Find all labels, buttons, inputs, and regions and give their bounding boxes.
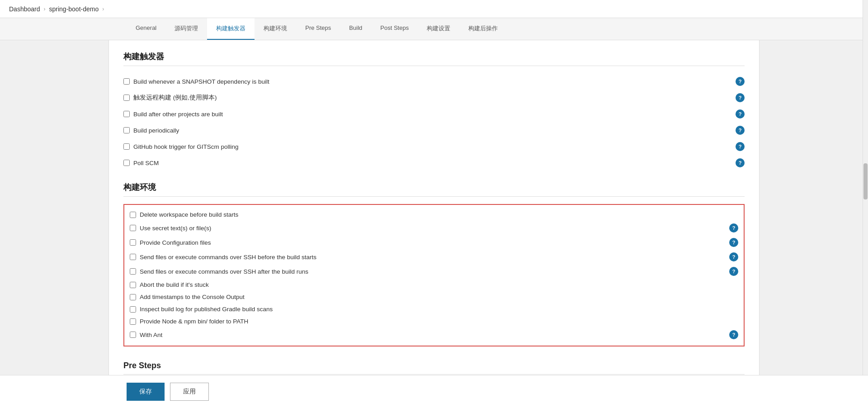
help-icon-env-4[interactable]: ? — [729, 267, 738, 276]
build-env-section: 构建环境 Delete workspace before build start… — [123, 182, 745, 346]
tab-构建环境[interactable]: 构建环境 — [255, 18, 296, 40]
help-icon-trigger-3[interactable]: ? — [736, 126, 745, 135]
trigger-item-1: 触发远程构建 (例如,使用脚本)? — [123, 90, 745, 106]
env-label-7[interactable]: Inspect build log for published Gradle b… — [140, 306, 738, 313]
env-item-3: Send files or execute commands over SSH … — [130, 250, 738, 264]
trigger-checkbox-1[interactable] — [123, 95, 130, 101]
breadcrumb-sep-1: › — [44, 6, 46, 12]
breadcrumb-sep-2: › — [102, 6, 104, 12]
env-item-1: Use secret text(s) or file(s)? — [130, 221, 738, 235]
trigger-label-4[interactable]: GitHub hook trigger for GITScm polling — [133, 143, 732, 150]
env-label-4[interactable]: Send files or execute commands over SSH … — [140, 268, 726, 275]
env-label-9[interactable]: With Ant — [140, 332, 726, 338]
main-content: General源码管理构建触发器构建环境Pre StepsBuildPost S… — [0, 18, 868, 385]
trigger-checkbox-2[interactable] — [123, 111, 130, 117]
env-checkbox-1[interactable] — [130, 225, 136, 231]
env-checkbox-5[interactable] — [130, 282, 136, 288]
trigger-label-0[interactable]: Build whenever a SNAPSHOT dependency is … — [133, 78, 732, 85]
env-checkbox-9[interactable] — [130, 332, 136, 338]
env-checkbox-8[interactable] — [130, 318, 136, 325]
pre-steps-title: Pre Steps — [123, 357, 745, 375]
env-checkbox-2[interactable] — [130, 239, 136, 246]
trigger-label-2[interactable]: Build after other projects are built — [133, 111, 732, 118]
env-checkbox-7[interactable] — [130, 306, 136, 313]
trigger-label-5[interactable]: Poll SCM — [133, 160, 732, 166]
trigger-item-4: GitHub hook trigger for GITScm polling? — [123, 138, 745, 155]
help-icon-trigger-5[interactable]: ? — [736, 158, 745, 167]
content-area: 构建触发器 Build whenever a SNAPSHOT dependen… — [108, 40, 760, 385]
tab-pre-steps[interactable]: Pre Steps — [296, 18, 340, 40]
help-icon-env-1[interactable]: ? — [729, 223, 738, 232]
trigger-item-3: Build periodically? — [123, 122, 745, 138]
save-button[interactable]: 保存 — [127, 383, 165, 385]
breadcrumb-project[interactable]: spring-boot-demo — [49, 5, 99, 13]
trigger-checkbox-0[interactable] — [123, 78, 130, 85]
env-label-1[interactable]: Use secret text(s) or file(s) — [140, 225, 726, 232]
trigger-checkbox-5[interactable] — [123, 160, 130, 166]
env-checkbox-6[interactable] — [130, 294, 136, 300]
tabs-bar: General源码管理构建触发器构建环境Pre StepsBuildPost S… — [0, 18, 868, 40]
env-label-2[interactable]: Provide Configuration files — [140, 239, 726, 246]
env-label-0[interactable]: Delete workspace before build starts — [140, 211, 738, 218]
build-env-section-title: 构建环境 — [123, 182, 745, 197]
help-icon-trigger-1[interactable]: ? — [736, 93, 745, 102]
env-item-7: Inspect build log for published Gradle b… — [130, 303, 738, 315]
tab-源码管理[interactable]: 源码管理 — [165, 18, 207, 40]
help-icon-env-9[interactable]: ? — [729, 330, 738, 339]
env-checkbox-3[interactable] — [130, 254, 136, 260]
env-item-6: Add timestamps to the Console Output — [130, 291, 738, 303]
scrollbar-thumb[interactable] — [863, 163, 868, 199]
help-icon-trigger-0[interactable]: ? — [736, 77, 745, 86]
breadcrumb-bar: Dashboard › spring-boot-demo › — [0, 0, 868, 18]
trigger-item-5: Poll SCM? — [123, 155, 745, 171]
env-item-0: Delete workspace before build starts — [130, 209, 738, 221]
env-checkbox-0[interactable] — [130, 212, 136, 218]
scrollbar[interactable] — [863, 0, 868, 385]
pre-steps-section: Pre Steps — [123, 357, 745, 375]
env-item-8: Provide Node & npm bin/ folder to PATH — [130, 315, 738, 327]
trigger-label-3[interactable]: Build periodically — [133, 127, 732, 134]
trigger-label-1[interactable]: 触发远程构建 (例如,使用脚本) — [133, 94, 732, 102]
tab-build[interactable]: Build — [340, 18, 371, 40]
trigger-checkbox-4[interactable] — [123, 143, 130, 150]
tab-构建触发器[interactable]: 构建触发器 — [207, 18, 255, 40]
trigger-checkbox-3[interactable] — [123, 127, 130, 133]
env-item-4: Send files or execute commands over SSH … — [130, 264, 738, 279]
env-item-2: Provide Configuration files? — [130, 235, 738, 250]
env-label-8[interactable]: Provide Node & npm bin/ folder to PATH — [140, 318, 738, 325]
tab-构建后操作[interactable]: 构建后操作 — [459, 18, 507, 40]
env-item-9: With Ant? — [130, 327, 738, 342]
env-checkbox-4[interactable] — [130, 268, 136, 275]
help-icon-trigger-4[interactable]: ? — [736, 142, 745, 151]
help-icon-trigger-2[interactable]: ? — [736, 109, 745, 119]
env-label-6[interactable]: Add timestamps to the Console Output — [140, 294, 738, 300]
footer-actions: 保存 应用 — [0, 375, 868, 385]
trigger-item-2: Build after other projects are built? — [123, 106, 745, 122]
trigger-section: 构建触发器 Build whenever a SNAPSHOT dependen… — [123, 51, 745, 171]
env-item-5: Abort the build if it's stuck — [130, 279, 738, 291]
build-env-box: Delete workspace before build startsUse … — [123, 204, 745, 346]
help-icon-env-3[interactable]: ? — [729, 252, 738, 261]
trigger-item-0: Build whenever a SNAPSHOT dependency is … — [123, 73, 745, 90]
env-label-5[interactable]: Abort the build if it's stuck — [140, 281, 738, 288]
tab-post-steps[interactable]: Post Steps — [371, 18, 418, 40]
help-icon-env-2[interactable]: ? — [729, 238, 738, 247]
apply-button[interactable]: 应用 — [170, 383, 209, 385]
env-label-3[interactable]: Send files or execute commands over SSH … — [140, 254, 726, 261]
breadcrumb-dashboard[interactable]: Dashboard — [9, 5, 40, 13]
tab-构建设置[interactable]: 构建设置 — [418, 18, 459, 40]
trigger-section-title: 构建触发器 — [123, 51, 745, 66]
tab-general[interactable]: General — [127, 18, 165, 40]
